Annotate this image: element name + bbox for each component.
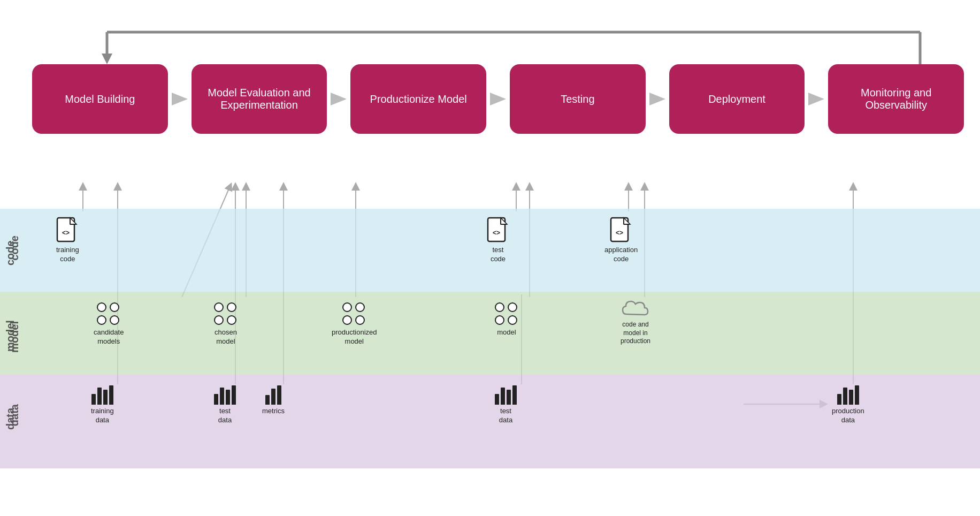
test-data-eval-label: testdata: [218, 407, 232, 425]
svg-marker-3: [102, 54, 112, 64]
arrow-3: [486, 88, 510, 110]
item-chosen-model: chosenmodel: [214, 302, 238, 346]
model-label: model: [497, 328, 516, 337]
stages-row: Model Building Model Evaluation and Expe…: [32, 64, 964, 134]
chosen-model-label: chosenmodel: [215, 328, 237, 346]
svg-marker-25: [808, 93, 824, 105]
svg-marker-24: [649, 93, 665, 105]
item-test-code: <> testcode: [487, 217, 509, 264]
stage-deployment: Deployment: [669, 64, 805, 134]
stage-testing: Testing: [510, 64, 646, 134]
arrow-2: [327, 88, 350, 110]
svg-text:<>: <>: [616, 229, 623, 237]
item-training-data: trainingdata: [91, 385, 114, 425]
item-test-data-eval: testdata: [214, 385, 236, 425]
code-icon: <>: [56, 217, 79, 244]
item-candidate-models: candidatemodels: [94, 302, 124, 346]
arrow-5: [805, 88, 828, 110]
productionized-model-label: productionizedmodel: [332, 328, 377, 346]
application-code-label: applicationcode: [604, 246, 638, 264]
test-code-label: testcode: [491, 246, 506, 264]
svg-text:<>: <>: [493, 229, 500, 237]
diagram: code model data code model data Model Bu…: [0, 0, 980, 516]
item-application-code: <> applicationcode: [604, 217, 638, 264]
application-code-icon: <>: [610, 217, 632, 244]
stage-model-building: Model Building: [32, 64, 168, 134]
code-model-production-label: code andmodel inproduction: [621, 321, 650, 346]
stage-model-evaluation: Model Evaluation and Experimentation: [192, 64, 327, 134]
data-label-text: data: [9, 404, 21, 426]
metrics-label: metrics: [262, 407, 285, 416]
arrow-4: [646, 88, 669, 110]
model-band: [0, 292, 980, 375]
svg-text:<>: <>: [62, 229, 70, 237]
item-test-data-testing: testdata: [495, 385, 517, 425]
model-label-text: model: [9, 321, 21, 353]
item-productionized-model: productionizedmodel: [332, 302, 377, 346]
arrow-1: [168, 88, 192, 110]
production-data-label: productiondata: [832, 407, 864, 425]
cloud-icon: [621, 297, 650, 318]
item-training-code: <> trainingcode: [56, 217, 79, 264]
stage-monitoring: Monitoring and Observability: [828, 64, 964, 134]
training-data-label: trainingdata: [91, 407, 114, 425]
test-data-testing-label: testdata: [499, 407, 512, 425]
item-model-testing: model: [495, 302, 518, 337]
stage-productionize: Productionize Model: [350, 64, 486, 134]
svg-marker-21: [172, 93, 188, 105]
svg-marker-23: [490, 93, 506, 105]
code-label-text: code: [9, 236, 21, 261]
item-metrics: metrics: [262, 385, 285, 416]
training-code-label: trainingcode: [56, 246, 79, 264]
item-code-model-production: code andmodel inproduction: [621, 297, 650, 346]
item-production-data: productiondata: [832, 385, 864, 425]
svg-marker-22: [331, 93, 347, 105]
candidate-models-label: candidatemodels: [94, 328, 124, 346]
test-code-icon: <>: [487, 217, 509, 244]
